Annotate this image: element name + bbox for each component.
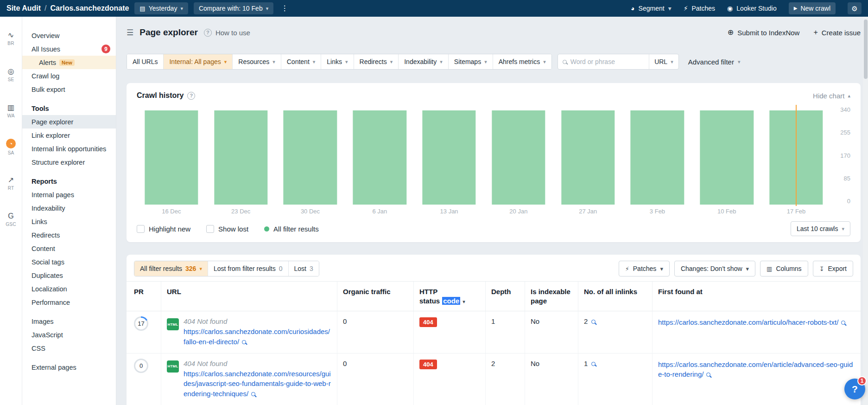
sidebar-item-external-pages[interactable]: External pages <box>22 360 116 374</box>
segment-menu[interactable]: ◕ Segment ▾ <box>631 5 672 12</box>
col-header-no-of-all-inlinks[interactable]: No. of all inlinks <box>578 282 653 311</box>
url-link[interactable]: https://carlos.sanchezdonate.com/curiosi… <box>184 328 330 346</box>
sidebar-item-overview[interactable]: Overview <box>22 29 116 42</box>
filter-resources[interactable]: Resources▾ <box>232 54 280 69</box>
col-header-first-found-at[interactable]: First found at <box>653 282 861 311</box>
compare-with-button[interactable]: Compare with: 10 Feb ▾ <box>194 2 273 14</box>
search-input[interactable] <box>570 58 649 65</box>
export-button[interactable]: ↧ Export <box>813 261 853 276</box>
sidebar-item-css[interactable]: CSS <box>22 341 116 355</box>
hide-chart-button[interactable]: Hide chart ▴ <box>813 92 850 100</box>
scrollbar-thumb[interactable] <box>864 19 868 79</box>
tab-lost-from-filter-results[interactable]: Lost from filter results 0 <box>208 261 288 276</box>
sidebar-item-internal-pages[interactable]: Internal pages <box>22 188 116 201</box>
globe-icon: ⊕ <box>728 29 734 36</box>
hamburger-icon[interactable]: ☰ <box>127 29 133 37</box>
inspect-icon[interactable] <box>706 373 710 377</box>
patches-dropdown[interactable]: ⚡ Patches ▾ <box>619 261 670 276</box>
filter-all-urls[interactable]: All URLs <box>127 54 163 69</box>
sidebar-item-bulk-export[interactable]: Bulk export <box>22 83 116 96</box>
chart-bar[interactable] <box>353 110 406 205</box>
filter-indexability[interactable]: Indexability▾ <box>398 54 448 69</box>
rail-item-sa[interactable]: ◔ SA <box>0 133 22 161</box>
filter-redirects[interactable]: Redirects▾ <box>354 54 399 69</box>
col-header-is-indexable-page[interactable]: Is indexable page <box>525 282 578 311</box>
filter-sitemaps[interactable]: Sitemaps▾ <box>448 54 493 69</box>
inspect-icon[interactable] <box>841 321 845 325</box>
sidebar-item-page-explorer[interactable]: Page explorer <box>22 115 116 129</box>
sidebar-item-crawl-log[interactable]: Crawl log <box>22 69 116 83</box>
how-to-use-link[interactable]: How to use <box>215 29 250 37</box>
rail-item-rt[interactable]: ↗ RT <box>0 169 22 198</box>
advanced-filter-button[interactable]: Advanced filter ▾ <box>688 58 741 66</box>
inspect-icon[interactable] <box>591 362 596 366</box>
inspect-icon[interactable] <box>242 340 246 344</box>
col-header-pr[interactable]: PR <box>134 282 161 311</box>
sidebar-item-content[interactable]: Content <box>22 242 116 255</box>
sidebar-item-performance[interactable]: Performance <box>22 296 116 309</box>
chart-bar[interactable] <box>284 110 337 205</box>
sidebar-item-links[interactable]: Links <box>22 215 116 228</box>
breadcrumb-project[interactable]: Carlos.sanchezdonate <box>51 4 129 13</box>
date-range-button[interactable]: ▤ Yesterday ▾ <box>134 2 188 14</box>
sidebar-item-all-issues[interactable]: All Issues 9 <box>22 42 116 56</box>
chart-bar[interactable] <box>214 110 267 205</box>
scrollbar-track[interactable] <box>863 17 868 405</box>
chart-bar[interactable] <box>561 110 615 205</box>
chart-bar[interactable] <box>145 110 198 205</box>
filter-links[interactable]: Links▾ <box>321 54 353 69</box>
filter-content[interactable]: Content▾ <box>281 54 321 69</box>
looker-studio-menu[interactable]: ◉ Looker Studio <box>727 5 777 12</box>
columns-button[interactable]: ▥ Columns <box>760 261 808 276</box>
first-found-link[interactable]: https://carlos.sanchezdonate.com/articul… <box>658 318 838 326</box>
highlight-new-checkbox[interactable]: Highlight new <box>137 225 190 233</box>
more-options-icon[interactable]: ⋮ <box>279 5 290 12</box>
chart-bar-slot: 16 Dec <box>137 106 206 205</box>
breadcrumb-root[interactable]: Site Audit <box>6 4 41 13</box>
sidebar-item-images[interactable]: Images <box>22 315 116 328</box>
settings-button[interactable]: ⚙ <box>848 2 862 14</box>
sidebar-item-social-tags[interactable]: Social tags <box>22 255 116 269</box>
sort-caret-icon[interactable]: ▾ <box>463 299 465 304</box>
chart-bar[interactable] <box>631 110 684 205</box>
submit-indexnow-button[interactable]: ⊕ Submit to IndexNow <box>728 29 800 37</box>
create-issue-button[interactable]: + Create issue <box>813 29 861 37</box>
chart-bar[interactable] <box>492 110 545 205</box>
rail-item-wa[interactable]: ▥ WA <box>0 96 22 125</box>
col-header-url[interactable]: URL <box>161 282 337 311</box>
rail-item-gsc[interactable]: G GSC <box>0 205 22 234</box>
sidebar-item-redirects[interactable]: Redirects <box>22 228 116 242</box>
sidebar-item-structure-explorer[interactable]: Structure explorer <box>22 155 116 169</box>
url-link[interactable]: https://carlos.sanchezdonate.com/resourc… <box>184 370 331 398</box>
first-found-link[interactable]: https://carlos.sanchezdonate.com/en/arti… <box>658 360 853 379</box>
sidebar-item-internal-link-opportunities[interactable]: Internal link opportunities <box>22 142 116 155</box>
chart-bar[interactable] <box>422 110 475 205</box>
sidebar-section-tools: Tools <box>22 102 116 115</box>
search-scope-select[interactable]: URL ▾ <box>649 54 678 69</box>
sidebar-item-duplicates[interactable]: Duplicates <box>22 269 116 282</box>
patches-menu[interactable]: ⚡ Patches <box>684 5 715 12</box>
tab-lost[interactable]: Lost 3 <box>288 261 319 276</box>
inspect-icon[interactable] <box>251 392 255 396</box>
changes-dropdown[interactable]: Changes: Don't show ▾ <box>674 261 755 276</box>
col-header-organic-traffic[interactable]: Organic traffic <box>337 282 414 311</box>
new-crawl-button[interactable]: ▶ New crawl <box>789 2 836 14</box>
show-lost-checkbox[interactable]: Show lost <box>206 225 248 233</box>
rail-item-br[interactable]: ∿ BR <box>0 24 22 53</box>
sidebar-item-localization[interactable]: Localization <box>22 282 116 296</box>
sidebar-item-indexability[interactable]: Indexability <box>22 201 116 215</box>
sidebar-item-alerts[interactable]: Alerts New <box>22 56 116 69</box>
sidebar-item-link-explorer[interactable]: Link explorer <box>22 129 116 142</box>
rail-item-se[interactable]: ◎ SE <box>0 60 22 89</box>
col-header-http-status-code[interactable]: HTTP statuscode▾ <box>414 282 486 311</box>
tab-all-filter-results[interactable]: All filter results 326 ▾ <box>134 261 208 276</box>
filter-ahrefs-metrics[interactable]: Ahrefs metrics▾ <box>493 54 551 69</box>
sidebar-item-javascript[interactable]: JavaScript <box>22 328 116 341</box>
chart-bar[interactable] <box>700 110 754 205</box>
filter-internal-all-pages[interactable]: Internal: All pages ▾ <box>163 54 232 69</box>
html-file-icon: HTML <box>167 318 179 330</box>
inspect-icon[interactable] <box>591 320 596 324</box>
help-button[interactable]: ? 1 <box>844 379 865 399</box>
col-header-depth[interactable]: Depth <box>486 282 525 311</box>
crawl-count-select[interactable]: Last 10 crawls ▾ <box>791 221 850 236</box>
